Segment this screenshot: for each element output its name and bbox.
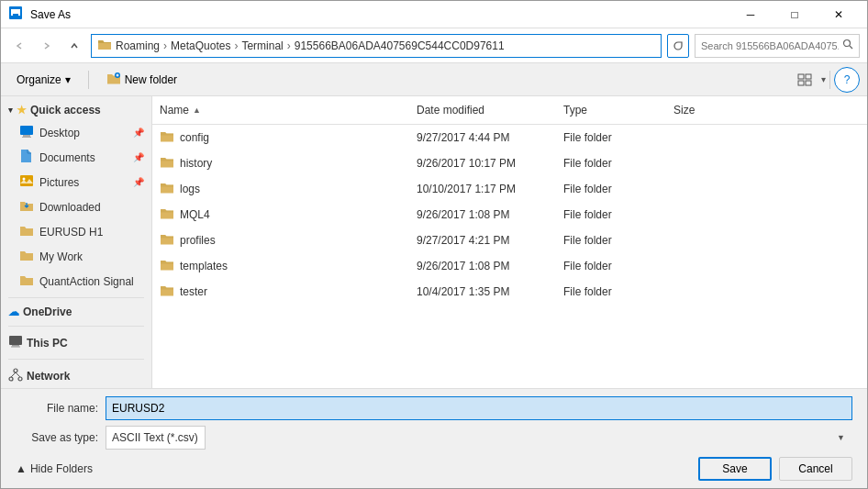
search-box[interactable] <box>695 34 860 58</box>
window-icon <box>8 6 23 23</box>
help-button[interactable]: ? <box>834 67 860 93</box>
svg-rect-8 <box>798 74 804 79</box>
back-button[interactable] <box>8 35 30 57</box>
sidebar-section-quick-access: ▾ ★ Quick access Desktop 📌 <box>1 100 151 294</box>
file-list: Name ▲ Date modified Type Size <box>152 96 867 388</box>
view-button[interactable] <box>792 67 818 93</box>
file-cell-type: File folder <box>556 232 666 249</box>
folder-eurusd-icon <box>19 223 34 240</box>
file-cell-type: File folder <box>556 283 666 300</box>
hide-folders-button[interactable]: ▲ Hide Folders <box>16 459 93 479</box>
refresh-button[interactable] <box>667 34 689 58</box>
table-row[interactable]: templates 9/26/2017 1:08 PM File folder <box>152 253 867 279</box>
path-metaquotes[interactable]: MetaQuotes <box>171 39 230 52</box>
pin-icon: 📌 <box>133 128 144 138</box>
bottom-section: File name: Save as type: ASCII Text (*.c… <box>1 388 867 488</box>
file-cell-size <box>666 161 740 165</box>
file-name: profiles <box>180 234 216 247</box>
filetype-label: Save as type: <box>16 431 98 444</box>
address-bar: Roaming › MetaQuotes › Terminal › 915566… <box>1 28 867 63</box>
sidebar-item-downloaded[interactable]: Downloaded <box>1 194 151 219</box>
path-terminal[interactable]: Terminal <box>241 39 283 52</box>
column-type[interactable]: Type <box>556 100 666 120</box>
folder-icon <box>160 155 174 171</box>
close-button[interactable]: ✕ <box>818 1 860 28</box>
sidebar-section-network: Network <box>1 363 151 388</box>
up-button[interactable] <box>63 35 85 57</box>
path-roaming[interactable]: Roaming <box>116 39 160 52</box>
sidebar-item-pictures[interactable]: Pictures 📌 <box>1 170 151 194</box>
hide-folders-label: Hide Folders <box>30 462 93 475</box>
desktop-icon <box>19 124 34 141</box>
collapse-chevron-icon: ▾ <box>8 106 13 115</box>
save-button[interactable]: Save <box>698 457 772 481</box>
folder-icon <box>160 232 174 248</box>
filetype-select[interactable]: ASCII Text (*.csv) <box>106 426 206 450</box>
file-cell-name: logs <box>152 179 409 198</box>
folder-icon <box>160 206 174 222</box>
svg-rect-13 <box>23 135 30 137</box>
svg-line-23 <box>11 372 16 377</box>
sidebar-header-onedrive[interactable]: ☁ OneDrive <box>1 302 151 322</box>
address-path[interactable]: Roaming › MetaQuotes › Terminal › 915566… <box>91 34 662 58</box>
file-cell-name: profiles <box>152 230 409 250</box>
sidebar-separator-1 <box>8 297 144 298</box>
svg-point-20 <box>14 369 17 372</box>
main-content: ▾ ★ Quick access Desktop 📌 <box>1 96 867 388</box>
path-id[interactable]: 915566BA06ADA407569C544CC0D97611 <box>295 39 505 52</box>
search-input[interactable] <box>701 40 839 51</box>
table-row[interactable]: config 9/27/2017 4:44 PM File folder <box>152 125 867 150</box>
table-row[interactable]: history 9/26/2017 10:17 PM File folder <box>152 150 867 176</box>
forward-button[interactable] <box>36 35 58 57</box>
downloaded-icon <box>19 198 34 216</box>
folder-icon <box>160 129 174 145</box>
new-folder-button[interactable]: New folder <box>98 67 185 93</box>
sidebar-item-quantaction[interactable]: QuantAction Signal <box>1 269 151 294</box>
maximize-button[interactable]: □ <box>773 1 816 28</box>
sidebar-item-eurusd[interactable]: EURUSD H1 <box>1 219 151 244</box>
table-row[interactable]: tester 10/4/2017 1:35 PM File folder <box>152 279 867 305</box>
eurusd-label: EURUSD H1 <box>39 226 103 239</box>
filetype-row: Save as type: ASCII Text (*.csv) <box>16 426 852 450</box>
view-chevron-icon[interactable]: ▾ <box>821 74 826 84</box>
svg-rect-17 <box>9 336 22 345</box>
filename-row: File name: <box>16 396 852 420</box>
file-cell-type: File folder <box>556 129 666 146</box>
column-date-modified[interactable]: Date modified <box>409 100 556 120</box>
column-size[interactable]: Size <box>666 100 740 120</box>
table-row[interactable]: logs 10/10/2017 1:17 PM File folder <box>152 176 867 202</box>
file-name: config <box>180 131 209 144</box>
cancel-label: Cancel <box>798 462 832 475</box>
minimize-button[interactable]: ─ <box>729 1 772 28</box>
file-cell-type: File folder <box>556 206 666 223</box>
filetype-select-wrapper: ASCII Text (*.csv) <box>106 426 852 450</box>
sidebar-item-mywork[interactable]: My Work <box>1 244 151 269</box>
svg-point-21 <box>9 377 13 381</box>
pin-icon-pics: 📌 <box>133 177 144 187</box>
file-name: history <box>180 157 212 170</box>
documents-label: Documents <box>39 151 95 164</box>
sidebar: ▾ ★ Quick access Desktop 📌 <box>1 96 152 388</box>
folder-icon <box>160 181 174 196</box>
file-cell-name: history <box>152 153 409 172</box>
organize-button[interactable]: Organize ▾ <box>8 67 79 93</box>
file-cell-name: config <box>152 128 409 147</box>
organize-chevron-icon: ▾ <box>65 73 71 86</box>
sidebar-header-thispc[interactable]: This PC <box>1 330 151 355</box>
button-row: ▲ Hide Folders Save Cancel <box>16 457 852 481</box>
svg-line-4 <box>850 46 852 49</box>
sidebar-header-quick-access[interactable]: ▾ ★ Quick access <box>1 100 151 120</box>
file-cell-date: 9/26/2017 1:08 PM <box>409 258 556 274</box>
cancel-button[interactable]: Cancel <box>779 457 852 481</box>
sidebar-item-documents[interactable]: Documents 📌 <box>1 145 151 170</box>
sort-arrow-icon: ▲ <box>193 106 201 115</box>
sidebar-header-network[interactable]: Network <box>1 363 151 388</box>
table-row[interactable]: MQL4 9/26/2017 1:08 PM File folder <box>152 202 867 228</box>
filename-input[interactable] <box>106 396 852 420</box>
sidebar-item-desktop[interactable]: Desktop 📌 <box>1 120 151 145</box>
thispc-label: This PC <box>27 337 68 350</box>
column-name[interactable]: Name ▲ <box>152 100 409 120</box>
svg-line-24 <box>16 372 20 377</box>
table-row[interactable]: profiles 9/27/2017 4:21 PM File folder <box>152 228 867 253</box>
file-cell-date: 9/27/2017 4:44 PM <box>409 129 556 146</box>
